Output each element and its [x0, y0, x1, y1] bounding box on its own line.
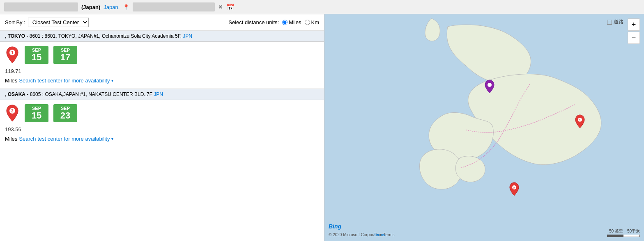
map-panel[interactable]: 1 2 道路 + − Bing: [324, 14, 644, 241]
search-availability-link-1[interactable]: Search test center for more availability: [19, 78, 110, 84]
sort-select[interactable]: Closest Test Center Name Date: [28, 18, 89, 27]
svg-text:2: 2: [11, 109, 14, 113]
search-link-row-1: Miles Search test center for more availa…: [5, 78, 319, 84]
main-layout: Sort By : Closest Test Center Name Date …: [0, 14, 644, 241]
date-badge-1-1[interactable]: SEP 15: [25, 46, 48, 64]
road-label: 道路: [607, 18, 623, 25]
scale-bar-dark: [607, 235, 623, 237]
miles-label: Miles: [289, 19, 301, 25]
pin-badge-2: 2: [5, 104, 20, 122]
chevron-down-icon-2: ▾: [111, 137, 113, 141]
sort-label: Sort By :: [5, 19, 25, 25]
distance-text-1: 119.71: [5, 68, 319, 74]
scale-km: 50千米: [627, 228, 640, 234]
distance-units: Select distance units: Miles Km: [228, 19, 319, 25]
close-icon[interactable]: ✕: [218, 4, 223, 10]
day-1-1: 15: [29, 52, 44, 62]
date-badge-1-2[interactable]: SEP 17: [53, 46, 77, 64]
pin-icon: 📍: [123, 4, 129, 10]
bing-logo: Bing: [329, 223, 341, 230]
calendar-icon[interactable]: 📅: [226, 3, 235, 11]
chevron-down-icon-1: ▾: [111, 78, 113, 83]
miles-radio[interactable]: [282, 20, 288, 25]
date-badge-2-2[interactable]: SEP 23: [53, 104, 77, 122]
day-2-2: 23: [58, 111, 73, 121]
japan-link[interactable]: Japan.: [104, 4, 120, 10]
day-2-1: 15: [29, 111, 44, 121]
scale-mi: 50 英里: [609, 228, 623, 234]
center-header-1: , TOKYO - 8601 : 8601, TOKYO, JAPAN#1, O…: [0, 31, 324, 42]
search-link-row-2: Miles Search test center for more availa…: [5, 136, 319, 142]
road-text: 道路: [614, 18, 623, 25]
country-link-2[interactable]: JPN: [154, 91, 163, 97]
map-controls: + −: [628, 18, 640, 44]
sort-bar-left: Sort By : Closest Test Center Name Date: [5, 18, 89, 27]
svg-text:1: 1: [11, 50, 14, 55]
country-link-1[interactable]: JPN: [183, 33, 192, 39]
road-checkbox-icon: [607, 20, 612, 25]
left-panel: Sort By : Closest Test Center Name Date …: [0, 14, 324, 241]
map-scale: 50 英里 50千米: [607, 228, 640, 237]
distance-units-label: Select distance units:: [228, 19, 279, 25]
pin-badge-1: 1: [5, 46, 20, 64]
km-radio-label[interactable]: Km: [305, 19, 320, 25]
scale-bar: [607, 235, 640, 237]
country-label: (Japan): [81, 4, 100, 10]
center-body-1: 1 SEP 15 SEP 17 119.71 Miles Search te: [0, 42, 324, 89]
svg-point-5: [488, 83, 492, 87]
svg-text:2: 2: [513, 186, 515, 190]
map-container: 1 2 道路 + − Bing: [324, 14, 644, 241]
scale-bar-light: [623, 235, 639, 237]
location-input[interactable]: [4, 2, 78, 11]
center-city-1: , TOKYO - 8601 : 8601, TOKYO, JAPAN#1, O…: [5, 33, 192, 39]
distance-unit-1: Miles: [5, 78, 17, 84]
km-radio[interactable]: [305, 20, 310, 25]
distance-text-2: 193.56: [5, 126, 319, 132]
center-city-2: , OSAKA - 8605 : OSAKA,JAPAN #1, NAKATSU…: [5, 91, 163, 97]
map-terms-link[interactable]: Terms: [374, 233, 385, 237]
center-header-2: , OSAKA - 8605 : OSAKA,JAPAN #1, NAKATSU…: [0, 89, 324, 100]
sort-bar: Sort By : Closest Test Center Name Date …: [0, 14, 324, 31]
date-input[interactable]: [133, 2, 215, 11]
center-body-2: 2 SEP 15 SEP 23 193.56 Miles Search te: [0, 100, 324, 147]
center-row-1: 1 SEP 15 SEP 17: [5, 46, 319, 64]
zoom-out-button[interactable]: −: [628, 32, 640, 44]
zoom-in-button[interactable]: +: [628, 18, 640, 31]
center-card-2: , OSAKA - 8605 : OSAKA,JAPAN #1, NAKATSU…: [0, 89, 324, 147]
center-card-1: , TOKYO - 8601 : 8601, TOKYO, JAPAN#1, O…: [0, 31, 324, 89]
date-badge-2-1[interactable]: SEP 15: [25, 104, 48, 122]
map-svg: 1 2: [324, 14, 644, 241]
distance-unit-2: Miles: [5, 136, 17, 142]
day-1-2: 17: [58, 52, 73, 62]
bing-text: Bing: [329, 223, 341, 230]
scale-labels: 50 英里 50千米: [609, 228, 640, 234]
center-row-2: 2 SEP 15 SEP 23: [5, 104, 319, 122]
miles-radio-label[interactable]: Miles: [282, 19, 301, 25]
search-availability-link-2[interactable]: Search test center for more availability: [19, 136, 110, 142]
top-bar: (Japan) Japan. 📍 ✕ 📅: [0, 0, 644, 14]
svg-text:1: 1: [579, 119, 581, 122]
km-label: Km: [311, 19, 320, 25]
